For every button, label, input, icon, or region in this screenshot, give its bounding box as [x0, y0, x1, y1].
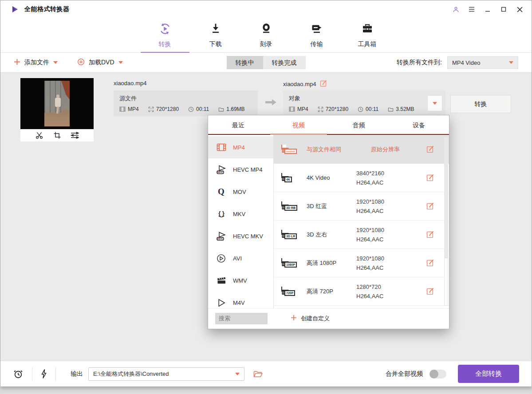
tab-audio[interactable]: 音频 — [329, 115, 389, 134]
source-duration: 00:11 — [188, 106, 209, 112]
preset-same-as-source[interactable]: source 与源文件相同 原始分辨率 — [274, 135, 449, 164]
rename-edit-icon[interactable] — [320, 80, 327, 88]
format-search-input[interactable] — [215, 313, 268, 324]
preset-4k-video[interactable]: 4K 4K Video 3840*2160H264,AAC — [274, 164, 449, 192]
film-icon — [289, 106, 295, 112]
source-resolution: 720*1280 — [148, 106, 179, 112]
nav-tab-convert[interactable]: 转换 — [147, 18, 183, 52]
format-item-wmv[interactable]: WMV — [208, 269, 273, 292]
menu-icon[interactable] — [466, 4, 477, 15]
tab-video[interactable]: 视频 — [268, 115, 329, 134]
maximize-button[interactable] — [498, 4, 509, 15]
toggle-knob — [430, 370, 438, 378]
preset-hd-720p[interactable]: 720P 高清 720P 1280*720H264,AAC — [274, 277, 449, 306]
add-files-button[interactable]: 添加文件 — [14, 59, 58, 67]
format-item-mov[interactable]: Q MOV — [208, 181, 273, 203]
add-files-label: 添加文件 — [24, 59, 49, 67]
format-panel-tabs: 最近 视频 音频 设备 — [208, 115, 449, 135]
open-output-folder-icon[interactable] — [253, 370, 263, 378]
trim-scissors-icon[interactable] — [34, 131, 44, 140]
tab-recent[interactable]: 最近 — [208, 115, 268, 134]
720p-badge-icon: 720P — [284, 287, 286, 296]
convert-row-button[interactable]: 转换 — [450, 95, 511, 113]
tab-converting[interactable]: 转换中 — [227, 56, 263, 69]
convert-all-format-select[interactable]: MP4 Video — [447, 56, 518, 69]
edit-preset-icon[interactable] — [426, 174, 434, 181]
format-item-m4v[interactable]: M4V — [208, 292, 273, 308]
app-window: 全能格式转换器 — [0, 0, 532, 386]
hevc-play-icon: HEVC — [215, 164, 227, 175]
quicktime-icon: Q — [215, 187, 227, 197]
format-picker-panel: 最近 视频 音频 设备 MP4 HEVC HEVC MP4 Q MOV — [208, 115, 449, 329]
3d-lr-badge-icon: 3D LR — [284, 230, 286, 239]
nav-tab-transfer[interactable]: 传输 — [299, 18, 335, 52]
preset-list: source 与源文件相同 原始分辨率 4K 4K Video 3840*216… — [274, 135, 449, 308]
nav-tab-toolbox[interactable]: 工具箱 — [349, 18, 386, 52]
app-logo-play-icon — [11, 5, 19, 13]
transfer-icon — [310, 22, 323, 37]
queue-tabs: 转换中 转换完成 — [227, 56, 306, 69]
edit-preset-icon[interactable] — [426, 202, 434, 210]
output-path-select[interactable] — [88, 367, 244, 381]
nav-tab-burn[interactable]: 刻录 — [248, 18, 284, 52]
folder-icon — [218, 106, 224, 112]
convert-icon — [158, 22, 172, 37]
video-thumbnail — [20, 78, 94, 142]
toolbox-icon — [361, 22, 374, 37]
schedule-alarm-icon[interactable] — [13, 369, 24, 379]
preset-hd-1080p[interactable]: 1080P 高清 1080P 1920*1080H264,AAC — [274, 249, 449, 277]
minimize-button[interactable] — [482, 4, 493, 15]
chevron-down-icon — [235, 373, 240, 375]
merge-toggle[interactable] — [430, 370, 446, 378]
resolution-icon — [318, 106, 323, 112]
format-item-mkv[interactable]: { } MKV — [208, 203, 273, 225]
edit-preset-icon[interactable] — [426, 231, 434, 238]
convert-all-to-label: 转换所有文件到: — [397, 59, 442, 67]
app-title: 全能格式转换器 — [24, 5, 70, 13]
svg-text:HEVC: HEVC — [217, 171, 223, 173]
source-info-box: 源文件 MP4 720*1280 00:11 1.69MB — [114, 91, 258, 116]
preset-3d-side-by-side[interactable]: 3D LR 3D 左右 1920*1080H264,AAC — [274, 221, 449, 249]
load-dvd-label: 加载DVD — [89, 59, 114, 67]
edit-preset-icon[interactable] — [426, 288, 434, 295]
create-custom-button[interactable]: 创建自定义 — [291, 315, 330, 323]
plus-icon — [291, 315, 297, 322]
account-icon[interactable] — [450, 4, 461, 15]
high-speed-lightning-icon[interactable] — [41, 369, 47, 379]
source-format: MP4 — [119, 106, 139, 112]
target-duration: 00:11 — [358, 106, 378, 112]
load-dvd-button[interactable]: 加载DVD — [77, 58, 123, 67]
format-item-avi[interactable]: AVI — [208, 247, 273, 269]
tab-device[interactable]: 设备 — [389, 115, 449, 134]
titlebar: 全能格式转换器 — [0, 0, 532, 18]
nav-label-toolbox: 工具箱 — [358, 40, 377, 48]
preset-3d-anaglyph[interactable]: 3D RB 3D 红蓝 1920*1080H264,AAC — [274, 192, 449, 221]
format-item-hevc-mkv[interactable]: HEVC HEVC MKV — [208, 225, 273, 247]
output-path-input[interactable] — [93, 370, 235, 377]
convert-all-format-value: MP4 Video — [452, 59, 480, 66]
preset-scrollbar[interactable] — [444, 137, 448, 306]
convert-all-button[interactable]: 全部转换 — [458, 365, 519, 383]
crop-icon[interactable] — [52, 131, 63, 140]
target-info-box: 对象 MP4 720*1280 00:11 3.52MB — [283, 91, 445, 116]
dvd-disc-icon — [77, 58, 85, 67]
effects-sliders-icon[interactable] — [70, 131, 80, 140]
scrollbar-thumb[interactable] — [445, 138, 448, 258]
thumbnail-image — [20, 78, 94, 129]
target-resolution: 720*1280 — [318, 106, 348, 112]
format-item-hevc-mp4[interactable]: HEVC HEVC MP4 — [208, 158, 273, 181]
download-icon — [209, 22, 222, 37]
folder-icon — [388, 106, 394, 112]
format-item-mp4[interactable]: MP4 — [208, 136, 273, 158]
svg-text:{ }: { } — [218, 210, 225, 217]
edit-preset-icon[interactable] — [426, 259, 434, 267]
close-button[interactable] — [514, 4, 525, 15]
nav-label-convert: 转换 — [159, 40, 171, 48]
edit-preset-icon[interactable] — [426, 146, 434, 153]
bottom-bar: 输出 合并全部视频 全部转换 — [0, 361, 532, 386]
nav-label-burn: 刻录 — [260, 40, 272, 48]
nav-tab-download[interactable]: 下载 — [197, 18, 234, 52]
tab-finished[interactable]: 转换完成 — [263, 56, 306, 69]
target-format-dropdown-button[interactable] — [427, 95, 442, 111]
format-panel-footer: 创建自定义 — [208, 308, 449, 328]
